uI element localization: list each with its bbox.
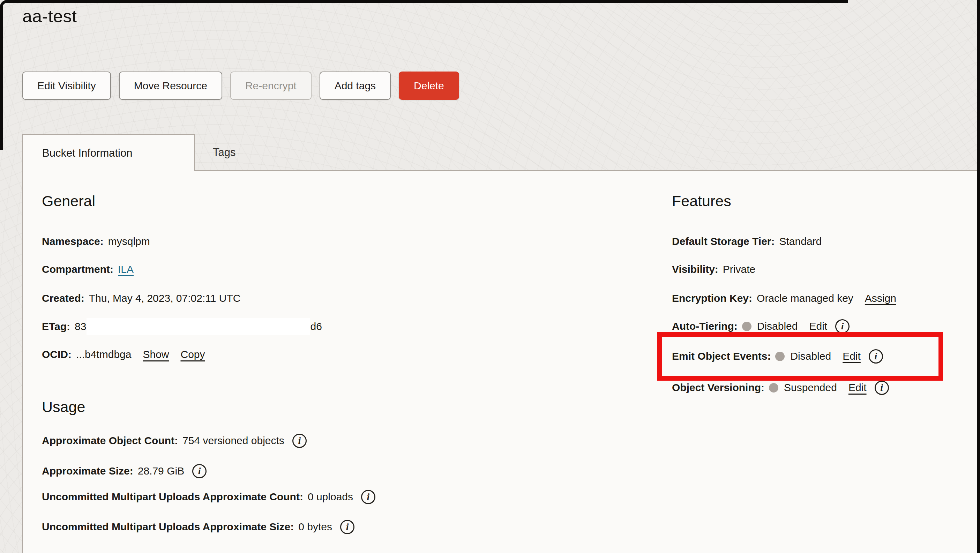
compartment-label: Compartment:: [42, 262, 113, 277]
auto-tiering-info-icon[interactable]: i: [835, 319, 850, 334]
re-encrypt-button[interactable]: Re-encrypt: [230, 72, 312, 100]
usage-heading: Usage: [42, 399, 85, 416]
uncommitted-count-value: 0 uploads: [308, 489, 353, 504]
approximate-size-row: Approximate Size: 28.79 GiB i: [42, 463, 207, 479]
delete-button[interactable]: Delete: [399, 72, 459, 100]
object-versioning-row: Object Versioning: Suspended Edit i: [672, 380, 889, 395]
ocid-row: OCID: ...b4tmdbga Show Copy: [42, 347, 205, 362]
auto-tiering-row: Auto-Tiering: Disabled Edit i: [672, 319, 850, 334]
emit-object-events-edit-link[interactable]: Edit: [843, 348, 861, 364]
namespace-label: Namespace:: [42, 234, 103, 249]
object-versioning-status: Suspended: [784, 380, 837, 395]
uncommitted-size-info-icon[interactable]: i: [340, 520, 355, 534]
auto-tiering-edit-link[interactable]: Edit: [809, 319, 827, 334]
object-count-info-icon[interactable]: i: [292, 434, 307, 448]
encryption-assign-link[interactable]: Assign: [865, 291, 896, 306]
emit-object-events-status-dot: [775, 352, 784, 361]
toolbar: Edit Visibility Move Resource Re-encrypt…: [22, 72, 459, 100]
uncommitted-count-row: Uncommitted Multipart Uploads Approximat…: [42, 489, 375, 504]
etag-label: ETag:: [42, 319, 70, 334]
created-label: Created:: [42, 291, 84, 306]
auto-tiering-status-dot: [742, 322, 751, 331]
ocid-value: ...b4tmdbga: [76, 347, 131, 362]
storage-tier-value: Standard: [780, 234, 822, 249]
emit-object-events-row: Emit Object Events: Disabled Edit i: [672, 348, 883, 364]
ocid-label: OCID:: [42, 347, 72, 362]
emit-object-events-status: Disabled: [790, 348, 831, 364]
object-versioning-status-dot: [769, 383, 778, 393]
features-heading: Features: [672, 192, 731, 210]
edit-visibility-button[interactable]: Edit Visibility: [22, 72, 111, 100]
auto-tiering-status: Disabled: [757, 319, 798, 334]
add-tags-button[interactable]: Add tags: [320, 72, 391, 100]
object-count-row: Approximate Object Count: 754 versioned …: [42, 433, 307, 448]
visibility-row: Visibility: Private: [672, 262, 755, 277]
compartment-row: Compartment: ILA: [42, 262, 134, 277]
encryption-key-label: Encryption Key:: [672, 291, 752, 306]
approximate-size-value: 28.79 GiB: [138, 463, 184, 479]
created-value: Thu, May 4, 2023, 07:02:11 UTC: [89, 291, 241, 306]
uncommitted-count-label: Uncommitted Multipart Uploads Approximat…: [42, 489, 303, 504]
object-versioning-info-icon[interactable]: i: [875, 381, 889, 395]
uncommitted-size-value: 0 bytes: [298, 519, 332, 534]
namespace-value: mysqlpm: [108, 234, 150, 249]
bucket-details-page: aa-test Edit Visibility Move Resource Re…: [0, 0, 980, 553]
emit-object-events-info-icon[interactable]: i: [869, 349, 883, 364]
ocid-copy-link[interactable]: Copy: [180, 347, 205, 362]
storage-tier-row: Default Storage Tier: Standard: [672, 234, 822, 249]
namespace-row: Namespace: mysqlpm: [42, 234, 150, 249]
object-versioning-edit-link[interactable]: Edit: [848, 380, 867, 395]
auto-tiering-label: Auto-Tiering:: [672, 319, 738, 334]
encryption-key-row: Encryption Key: Oracle managed key Assig…: [672, 291, 896, 306]
general-heading: General: [42, 192, 95, 210]
object-count-value: 754 versioned objects: [183, 433, 284, 448]
visibility-label: Visibility:: [672, 262, 718, 277]
uncommitted-count-info-icon[interactable]: i: [361, 490, 375, 504]
uncommitted-size-row: Uncommitted Multipart Uploads Approximat…: [42, 519, 355, 534]
move-resource-button[interactable]: Move Resource: [119, 72, 222, 100]
etag-redaction-overlay: [86, 318, 310, 335]
created-row: Created: Thu, May 4, 2023, 07:02:11 UTC: [42, 291, 240, 306]
uncommitted-size-label: Uncommitted Multipart Uploads Approximat…: [42, 519, 294, 534]
storage-tier-label: Default Storage Tier:: [672, 234, 775, 249]
approximate-size-label: Approximate Size:: [42, 463, 133, 479]
compartment-link[interactable]: ILA: [118, 262, 134, 277]
ocid-show-link[interactable]: Show: [143, 347, 169, 362]
encryption-key-value: Oracle managed key: [757, 291, 853, 306]
tab-tags[interactable]: Tags: [195, 134, 254, 170]
etag-value-suffix: d6: [310, 319, 322, 334]
tab-bucket-information[interactable]: Bucket Information: [22, 134, 195, 171]
etag-value-prefix: 83: [75, 319, 86, 334]
object-versioning-label: Object Versioning:: [672, 380, 764, 395]
object-count-label: Approximate Object Count:: [42, 433, 178, 448]
emit-object-events-label: Emit Object Events:: [672, 348, 771, 364]
visibility-value: Private: [723, 262, 755, 277]
approximate-size-info-icon[interactable]: i: [192, 464, 207, 478]
etag-row: ETag: 83 d6: [42, 318, 322, 335]
